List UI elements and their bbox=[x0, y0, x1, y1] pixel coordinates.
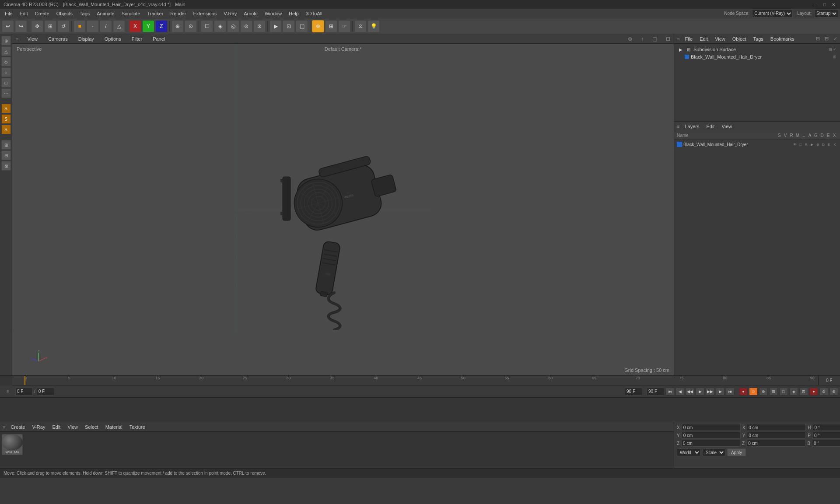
menu-window[interactable]: Window bbox=[262, 10, 285, 17]
x-axis-button[interactable]: X bbox=[129, 20, 141, 32]
vp-menu-view[interactable]: View bbox=[25, 36, 39, 42]
mat-menu-texture[interactable]: Texture bbox=[128, 424, 147, 430]
coord-x-pos[interactable] bbox=[682, 424, 741, 431]
playback-mode-5[interactable]: □ bbox=[779, 388, 788, 396]
layer-icon-d[interactable]: D bbox=[821, 142, 826, 147]
next-frame-btn[interactable]: ▶ bbox=[716, 388, 724, 396]
vp-menu-display[interactable]: Display bbox=[77, 36, 96, 42]
apply-button[interactable]: Apply bbox=[727, 448, 746, 456]
coord-p-size[interactable] bbox=[812, 432, 840, 439]
world-coord-button[interactable]: ⊕ bbox=[172, 20, 184, 32]
sidebar-btn-3[interactable]: ◇ bbox=[1, 57, 11, 66]
current-frame-input[interactable] bbox=[15, 388, 33, 396]
playback-mode-6[interactable]: ◈ bbox=[789, 388, 798, 396]
world-mode-select[interactable]: World Object bbox=[677, 448, 701, 456]
render-btn[interactable]: ▶ bbox=[270, 20, 282, 32]
material-item-wall[interactable]: Wall_Mo bbox=[2, 434, 23, 455]
layer-icon-eye[interactable]: 👁 bbox=[792, 142, 798, 147]
coord-y-rot[interactable] bbox=[747, 432, 806, 439]
menu-animate[interactable]: Animate bbox=[94, 10, 117, 17]
menu-file[interactable]: File bbox=[2, 10, 16, 17]
next-key-btn[interactable]: ▶▶ bbox=[706, 388, 714, 396]
vp-icon-1[interactable]: ⊕ bbox=[628, 36, 632, 42]
vp-hamburger[interactable]: ≡ bbox=[16, 36, 18, 42]
obj-icon-1[interactable]: ⊞ bbox=[816, 36, 820, 42]
end-frame-input2[interactable] bbox=[647, 388, 664, 396]
layout-select[interactable]: Startup bbox=[814, 10, 838, 18]
sidebar-btn-2[interactable]: △ bbox=[1, 46, 11, 56]
sidebar-btn-11[interactable]: ⊟ bbox=[1, 150, 11, 160]
go-to-start-btn[interactable]: ⏮ bbox=[665, 388, 674, 396]
polygon-mode-button[interactable]: △ bbox=[113, 20, 125, 32]
mat-menu-material[interactable]: Material bbox=[104, 424, 124, 430]
playback-mode-7[interactable]: ⊡ bbox=[799, 388, 808, 396]
sidebar-btn-5[interactable]: □ bbox=[1, 78, 11, 88]
mat-hamburger[interactable]: ≡ bbox=[3, 424, 5, 430]
redo-button[interactable]: ↪ bbox=[15, 20, 27, 32]
z-axis-button[interactable]: Z bbox=[155, 20, 168, 32]
vp-menu-options[interactable]: Options bbox=[103, 36, 123, 42]
vp-menu-panel[interactable]: Panel bbox=[151, 36, 167, 42]
layer-row-hairdryer[interactable]: Black_Wall_Mounted_Hair_Dryer 👁 □ R ▶ ⊕ … bbox=[675, 141, 839, 148]
mat-menu-select[interactable]: Select bbox=[83, 424, 100, 430]
transport-hamburger[interactable]: ≡ bbox=[7, 389, 9, 394]
layer-icon-e[interactable]: E bbox=[826, 142, 832, 147]
layers-hamburger[interactable]: ≡ bbox=[677, 124, 679, 129]
coord-x-rot[interactable] bbox=[747, 424, 806, 431]
sidebar-btn-4[interactable]: ○ bbox=[1, 67, 11, 77]
tree-icon-vis-2[interactable]: ✓ bbox=[833, 47, 836, 52]
menu-extensions[interactable]: Extensions bbox=[190, 10, 220, 17]
light-btn[interactable]: 💡 bbox=[368, 20, 380, 32]
live-selection-btn[interactable]: ⊗ bbox=[312, 20, 324, 32]
menu-arnold[interactable]: Arnold bbox=[241, 10, 261, 17]
sidebar-btn-7[interactable]: S bbox=[1, 104, 11, 113]
menu-edit[interactable]: Edit bbox=[17, 10, 31, 17]
undo-button[interactable]: ↩ bbox=[2, 20, 14, 32]
maximize-button[interactable]: □ bbox=[822, 1, 828, 7]
layer-icon-gen[interactable]: ⊕ bbox=[815, 142, 820, 147]
playback-mode-3[interactable]: ⊕ bbox=[759, 388, 768, 396]
snap-button[interactable]: ⊙ bbox=[185, 20, 197, 32]
obj-menu-tags[interactable]: Tags bbox=[752, 36, 765, 42]
obj-menu-object[interactable]: Object bbox=[731, 36, 748, 42]
layer-icon-x[interactable]: X bbox=[832, 142, 837, 147]
move-tool-button[interactable]: ✥ bbox=[31, 20, 43, 32]
vp-icon-4[interactable]: ⊡ bbox=[666, 36, 670, 42]
menu-help[interactable]: Help bbox=[286, 10, 302, 17]
tree-item-hairdryer[interactable]: Black_Wall_Mounted_Hair_Dryer ⊞ bbox=[676, 53, 838, 60]
camera-btn[interactable]: ⊙ bbox=[354, 20, 367, 32]
obj-menu-file[interactable]: File bbox=[683, 36, 694, 42]
play-btn[interactable]: ▶ bbox=[696, 388, 704, 396]
start-frame-input[interactable] bbox=[37, 388, 54, 396]
menu-objects[interactable]: Objects bbox=[53, 10, 76, 17]
menu-tags[interactable]: Tags bbox=[77, 10, 93, 17]
prev-key-btn[interactable]: ◀◀ bbox=[686, 388, 694, 396]
loop-select-button[interactable]: ◈ bbox=[214, 20, 226, 32]
vp-menu-filter[interactable]: Filter bbox=[130, 36, 144, 42]
render-region-btn[interactable]: ⊡ bbox=[283, 20, 295, 32]
sidebar-btn-1[interactable]: ⊕ bbox=[1, 36, 11, 46]
object-mode-button[interactable]: ■ bbox=[74, 20, 86, 32]
mat-menu-view[interactable]: View bbox=[66, 424, 80, 430]
layers-menu-view[interactable]: View bbox=[720, 124, 734, 129]
playback-mode-4[interactable]: ⊞ bbox=[769, 388, 778, 396]
sidebar-btn-12[interactable]: ⊠ bbox=[1, 161, 11, 171]
sidebar-btn-8[interactable]: S bbox=[1, 114, 11, 124]
coord-h-size[interactable] bbox=[813, 424, 840, 431]
minimize-button[interactable]: — bbox=[813, 1, 819, 7]
select-all-button[interactable]: ☐ bbox=[201, 20, 213, 32]
playback-mode-1[interactable]: ● bbox=[739, 388, 748, 396]
layer-icon-play[interactable]: ▶ bbox=[809, 142, 815, 147]
menu-3dtoall[interactable]: 3DToAll bbox=[303, 10, 326, 17]
vp-icon-2[interactable]: ↑ bbox=[641, 36, 644, 42]
menu-tracker[interactable]: Tracker bbox=[144, 10, 166, 17]
menu-vray[interactable]: V-Ray bbox=[220, 10, 240, 17]
coord-b-size[interactable] bbox=[812, 440, 840, 447]
obj-menu-bookmarks[interactable]: Bookmarks bbox=[769, 36, 796, 42]
sidebar-btn-10[interactable]: ⊞ bbox=[1, 140, 11, 150]
mat-menu-create[interactable]: Create bbox=[9, 424, 27, 430]
viewport-render-btn[interactable]: ◫ bbox=[296, 20, 308, 32]
obj-icon-2[interactable]: ⊟ bbox=[825, 36, 829, 42]
sidebar-btn-6[interactable]: ⋯ bbox=[1, 88, 11, 98]
tree-icon-vis-1[interactable]: ⊞ bbox=[829, 47, 832, 52]
